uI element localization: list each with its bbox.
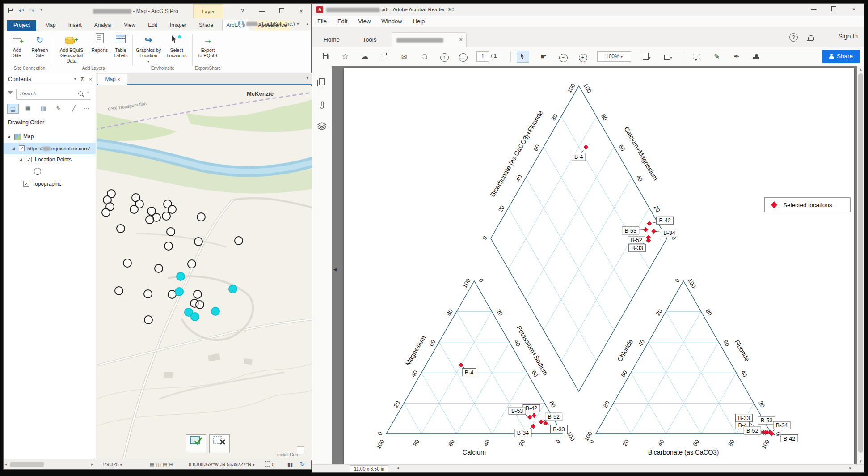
pause-drawing-icon[interactable]: ▮▮ [287,459,293,469]
filter-icon[interactable] [8,91,13,94]
star-custom-tool-icon[interactable]: ☆ [339,51,351,63]
location-point[interactable] [197,212,206,221]
clear-selection-tool[interactable] [209,434,230,453]
tab-edit[interactable]: Edit [144,20,161,31]
location-point[interactable] [114,286,123,295]
save-icon[interactable] [8,7,13,14]
close-button[interactable]: × [291,4,311,18]
expand-caret-icon[interactable]: ◢ [7,131,10,142]
tab-tools[interactable]: Tools [354,33,385,47]
tree-item-location-points[interactable]: ◢ ✓ Location Points [4,154,96,165]
location-point[interactable] [187,259,196,268]
tab-project[interactable]: Project [7,20,36,31]
tree-item-topographic[interactable]: ✓ Topographic [4,178,96,189]
location-point-selected[interactable] [190,312,199,321]
scrollbar-thumb[interactable] [858,73,863,453]
highlight-tool-icon[interactable]: ✎ [711,51,723,63]
location-point[interactable] [116,224,125,233]
account-info[interactable]: (EarthSoft, Inc.) ▾ ▴ [238,21,308,27]
statusbar-view-icons[interactable]: ▦◫▤⊞ [150,459,175,469]
tree-item-map[interactable]: ◢ Map [4,131,96,142]
layer-checkbox[interactable]: ✓ [23,181,29,187]
list-by-selection-icon[interactable]: ▥ [38,104,49,114]
map-scale-dropdown[interactable]: 1:9,325 ▾ [102,459,122,470]
cloud-upload-icon[interactable]: ☁ [358,51,371,63]
selection-count[interactable]: 0 [265,459,274,469]
map-coordinates[interactable]: 8.8308369°W 39.5539727°N ▾ [189,459,254,470]
select-tool-icon[interactable] [517,51,529,63]
document-area[interactable]: ◄ 02040608010002040608010010080604020010… [332,66,857,465]
search-input[interactable] [19,90,73,97]
redo-icon[interactable]: ↷ [29,7,35,14]
stamp-tool-icon[interactable] [750,51,763,63]
point-symbol-swatch[interactable] [34,168,41,175]
contents-hscroll-thumb[interactable] [10,462,44,467]
layer-checkbox[interactable]: ✓ [19,145,25,151]
comment-tool-icon[interactable] [690,51,703,63]
collapse-pane-icon[interactable]: ◄ [333,267,337,272]
menu-window[interactable]: Window [381,18,402,25]
tab-insert[interactable]: Insert [65,20,85,31]
panel-caret-icon[interactable]: ▾ [74,73,76,85]
scroll-right-icon[interactable]: ▸ [91,459,93,469]
location-point[interactable] [144,315,153,324]
refresh-site-button[interactable]: ↻ Refresh Site [29,33,51,64]
vertical-scrollbar[interactable]: ▲ ▼ [857,66,864,465]
location-point[interactable] [166,227,175,236]
expand-caret-icon[interactable]: ◢ [12,143,15,154]
share-button[interactable]: Share [822,50,860,63]
hscroll-left-icon[interactable]: ◂ [397,466,399,470]
select-by-rectangle-tool[interactable] [186,434,206,453]
add-site-button[interactable]: + Add Site [7,33,27,64]
undo-icon[interactable]: ↶ [19,7,24,14]
sign-in-link[interactable]: Sign In [838,33,858,40]
search-caret-icon[interactable]: ▾ [87,90,89,94]
page-thumbnails-icon[interactable] [317,80,326,89]
layer-checkbox[interactable]: ✓ [26,157,32,162]
export-to-equis-button[interactable]: → Export to EQuIS [195,33,221,64]
tab-analysis[interactable]: Analysi [91,20,115,31]
email-icon[interactable]: ✉ [398,51,410,63]
tab-document[interactable]: × [392,32,467,47]
list-by-data-source-icon[interactable]: ▦ [22,104,34,114]
table-labels-button[interactable]: Table Labels [111,33,131,64]
close-button[interactable]: × [844,4,864,16]
location-point-selected[interactable] [211,307,220,316]
save-icon[interactable] [319,51,332,63]
notifications-bell-icon[interactable] [808,34,814,41]
list-by-labeling-icon[interactable]: ╱ [68,104,80,114]
tab-map[interactable]: Map [42,20,59,31]
refresh-map-icon[interactable]: ↻ [300,459,305,469]
customize-quick-access-icon[interactable]: ▾ [40,7,42,12]
scroll-up-icon[interactable]: ▲ [857,66,864,73]
print-icon[interactable] [378,51,391,63]
menu-view[interactable]: View [358,18,371,25]
map-canvas[interactable]: McKenzie CSX Transportation nickel Cen [97,86,312,460]
hand-tool-icon[interactable]: ☛ [537,51,550,63]
add-equis-geospatial-data-button[interactable]: + Add EQuIS Geospatial Data [55,33,88,64]
scroll-down-icon[interactable]: ▼ [857,458,864,465]
list-by-editing-icon[interactable]: ✎ [53,104,64,114]
zoom-in-icon[interactable]: + [577,51,589,63]
location-point[interactable] [101,208,110,217]
tab-share[interactable]: Share [195,20,217,31]
fill-sign-tool-icon[interactable]: ✒ [730,51,743,63]
attachments-icon[interactable] [317,101,326,110]
page-number-input[interactable]: 1 [476,51,489,62]
close-view-icon[interactable]: × [117,76,120,82]
find-icon[interactable] [418,51,430,63]
location-point[interactable] [143,289,152,298]
location-point[interactable] [234,236,243,245]
location-point[interactable] [130,205,139,214]
select-locations-button[interactable]: Select Locations [164,33,190,64]
zoom-level-dropdown[interactable]: 100% ▾ [597,51,631,62]
location-point[interactable] [195,300,204,309]
topographic-basemap[interactable]: McKenzie CSX Transportation nickel Cen [97,86,312,460]
tab-view[interactable]: View [120,20,139,31]
tab-imagery[interactable]: Imager [166,20,190,31]
location-point-selected[interactable] [228,285,237,293]
close-panel-icon[interactable]: × [89,73,92,85]
location-point[interactable] [162,212,171,221]
help-button[interactable]: ? [232,4,252,18]
menu-file[interactable]: File [317,18,327,25]
